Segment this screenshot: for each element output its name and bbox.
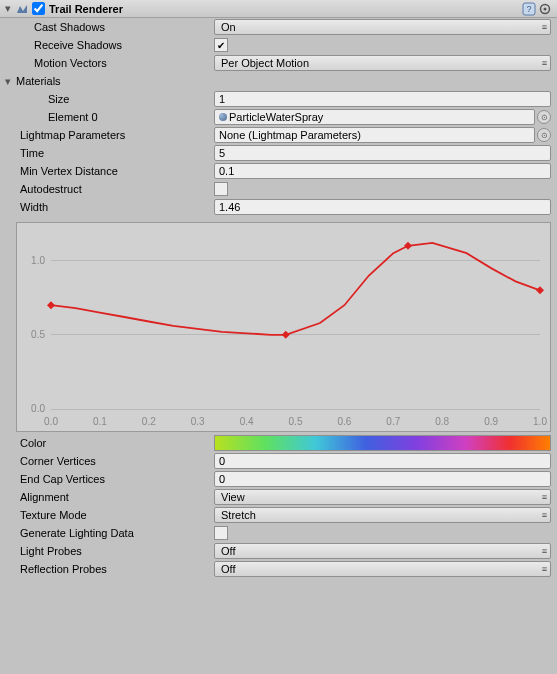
lightmap-params-field[interactable]: None (Lightmap Parameters) <box>214 127 535 143</box>
width-curve-editor[interactable]: 0.00.51.00.00.10.20.30.40.50.60.70.80.91… <box>16 222 551 432</box>
svg-marker-21 <box>47 301 55 309</box>
lightmap-params-label: Lightmap Parameters <box>16 129 214 141</box>
receive-shadows-label: Receive Shadows <box>16 39 214 51</box>
svg-text:0.9: 0.9 <box>484 416 498 427</box>
motion-vectors-dropdown[interactable]: Per Object Motion <box>214 55 551 71</box>
generate-lighting-data-label: Generate Lighting Data <box>16 527 214 539</box>
svg-marker-23 <box>404 242 412 250</box>
reflection-probes-label: Reflection Probes <box>16 563 214 575</box>
svg-point-3 <box>544 7 547 10</box>
light-probes-label: Light Probes <box>16 545 214 557</box>
svg-text:1.0: 1.0 <box>31 255 45 266</box>
min-vertex-dist-label: Min Vertex Distance <box>16 165 214 177</box>
svg-text:0.6: 0.6 <box>337 416 351 427</box>
receive-shadows-checkbox[interactable] <box>214 38 228 52</box>
materials-size-label: Size <box>16 93 214 105</box>
time-label: Time <box>16 147 214 159</box>
svg-text:0.3: 0.3 <box>191 416 205 427</box>
generate-lighting-data-checkbox[interactable] <box>214 526 228 540</box>
width-label: Width <box>16 201 214 213</box>
lightmap-params-picker[interactable]: ⊙ <box>537 128 551 142</box>
texture-mode-label: Texture Mode <box>16 509 214 521</box>
color-label: Color <box>16 437 214 449</box>
materials-label: Materials <box>14 75 61 87</box>
color-gradient[interactable] <box>214 435 551 451</box>
motion-vectors-label: Motion Vectors <box>16 57 214 69</box>
corner-vertices-input[interactable] <box>214 453 551 469</box>
autodestruct-label: Autodestruct <box>16 183 214 195</box>
component-enable-checkbox[interactable] <box>32 2 45 15</box>
end-cap-vertices-label: End Cap Vertices <box>16 473 214 485</box>
time-input[interactable] <box>214 145 551 161</box>
svg-text:0.8: 0.8 <box>435 416 449 427</box>
lightmap-params-value: None (Lightmap Parameters) <box>219 129 361 141</box>
gear-icon[interactable] <box>537 1 553 17</box>
trail-renderer-icon <box>14 1 30 17</box>
foldout-icon[interactable]: ▾ <box>2 2 14 15</box>
materials-size-input[interactable] <box>214 91 551 107</box>
light-probes-dropdown[interactable]: Off <box>214 543 551 559</box>
corner-vertices-label: Corner Vertices <box>16 455 214 467</box>
materials-element0-label: Element 0 <box>16 111 214 123</box>
svg-text:0.1: 0.1 <box>93 416 107 427</box>
material-icon <box>219 113 227 121</box>
alignment-label: Alignment <box>16 491 214 503</box>
help-icon[interactable]: ? <box>521 1 537 17</box>
materials-element0-value: ParticleWaterSpray <box>229 111 323 123</box>
texture-mode-dropdown[interactable]: Stretch <box>214 507 551 523</box>
end-cap-vertices-input[interactable] <box>214 471 551 487</box>
svg-text:0.0: 0.0 <box>44 416 58 427</box>
svg-marker-22 <box>282 331 290 339</box>
alignment-dropdown[interactable]: View <box>214 489 551 505</box>
svg-text:0.4: 0.4 <box>240 416 254 427</box>
svg-text:?: ? <box>526 4 531 14</box>
materials-element0-field[interactable]: ParticleWaterSpray <box>214 109 535 125</box>
svg-text:0.5: 0.5 <box>31 329 45 340</box>
svg-text:0.7: 0.7 <box>386 416 400 427</box>
autodestruct-checkbox[interactable] <box>214 182 228 196</box>
materials-element0-picker[interactable]: ⊙ <box>537 110 551 124</box>
reflection-probes-dropdown[interactable]: Off <box>214 561 551 577</box>
min-vertex-dist-input[interactable] <box>214 163 551 179</box>
materials-foldout-icon[interactable]: ▾ <box>2 75 14 88</box>
svg-text:0.2: 0.2 <box>142 416 156 427</box>
cast-shadows-dropdown[interactable]: On <box>214 19 551 35</box>
component-header: ▾ Trail Renderer ? <box>0 0 557 18</box>
width-input[interactable] <box>214 199 551 215</box>
component-title: Trail Renderer <box>47 3 521 15</box>
svg-text:1.0: 1.0 <box>533 416 547 427</box>
svg-text:0.5: 0.5 <box>289 416 303 427</box>
cast-shadows-label: Cast Shadows <box>16 21 214 33</box>
svg-text:0.0: 0.0 <box>31 403 45 414</box>
svg-marker-24 <box>536 286 544 294</box>
